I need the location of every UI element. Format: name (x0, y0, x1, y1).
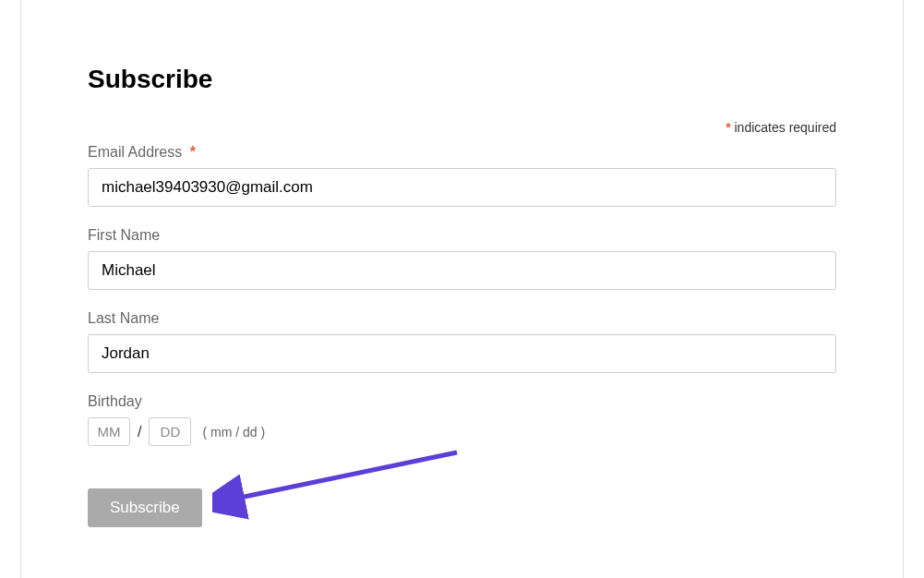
required-indicator-note: * indicates required (88, 120, 836, 135)
email-field-group: Email Address * (88, 144, 836, 207)
birthday-format-hint: ( mm / dd ) (202, 425, 265, 440)
asterisk-icon: * (726, 120, 730, 135)
form-container: Subscribe * indicates required Email Add… (0, 0, 924, 527)
last-name-input[interactable] (88, 334, 836, 373)
birthday-month-input[interactable] (88, 417, 130, 446)
email-input[interactable] (88, 168, 836, 207)
birthday-day-input[interactable] (149, 417, 191, 446)
birthday-separator: / (138, 424, 141, 440)
page-border-left (20, 0, 21, 578)
email-label-text: Email Address (88, 144, 182, 160)
email-label: Email Address * (88, 144, 836, 161)
birthday-inputs-row: / ( mm / dd ) (88, 417, 836, 446)
subscribe-button[interactable]: Subscribe (88, 488, 202, 527)
asterisk-icon: * (190, 144, 196, 160)
first-name-field-group: First Name (88, 227, 836, 290)
last-name-field-group: Last Name (88, 310, 836, 373)
required-note-text: indicates required (734, 120, 836, 135)
birthday-label: Birthday (88, 393, 836, 410)
page-title: Subscribe (88, 65, 836, 94)
first-name-input[interactable] (88, 251, 836, 290)
first-name-label: First Name (88, 227, 836, 244)
last-name-label: Last Name (88, 310, 836, 327)
birthday-field-group: Birthday / ( mm / dd ) (88, 393, 836, 446)
page-border-right (903, 0, 904, 578)
